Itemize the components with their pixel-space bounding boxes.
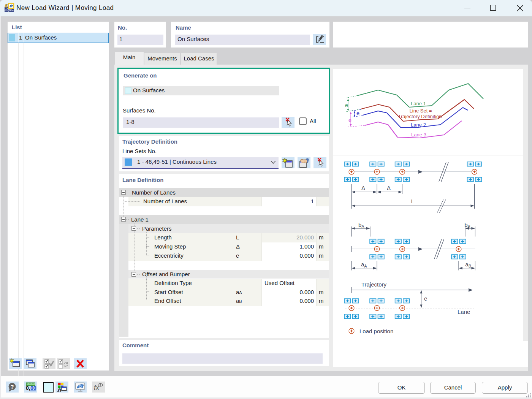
svg-text:aB: aB — [465, 261, 471, 268]
svg-text:0,: 0, — [26, 385, 30, 391]
svg-text:6: 6 — [5, 3, 8, 9]
svg-text:Lane 1: Lane 1 — [411, 101, 426, 106]
svg-text:00: 00 — [30, 385, 36, 391]
svg-text:e: e — [356, 110, 359, 116]
svg-text:A: A — [58, 386, 62, 392]
svg-text:Trajectory Definition: Trajectory Definition — [398, 114, 442, 119]
svg-text:bA: bA — [358, 222, 364, 229]
svg-text:Trajectory: Trajectory — [361, 281, 387, 288]
svg-text:fx: fx — [94, 384, 100, 391]
svg-text:Lane 3: Lane 3 — [411, 132, 426, 138]
svg-text:Δ: Δ — [361, 185, 365, 191]
svg-text:e: e — [345, 102, 348, 108]
svg-text:L: L — [411, 198, 414, 204]
svg-text:Lane: Lane — [458, 309, 470, 315]
svg-text:e: e — [348, 117, 352, 123]
svg-text:bB: bB — [464, 222, 470, 229]
svg-text:?: ? — [10, 383, 14, 390]
svg-text:Δ: Δ — [387, 185, 391, 191]
svg-text:Load position: Load position — [359, 328, 393, 334]
svg-text:Lane 2: Lane 2 — [411, 122, 426, 128]
svg-text:Line Set =: Line Set = — [410, 108, 432, 114]
svg-text:aA: aA — [361, 261, 367, 268]
svg-text:e: e — [424, 295, 427, 302]
